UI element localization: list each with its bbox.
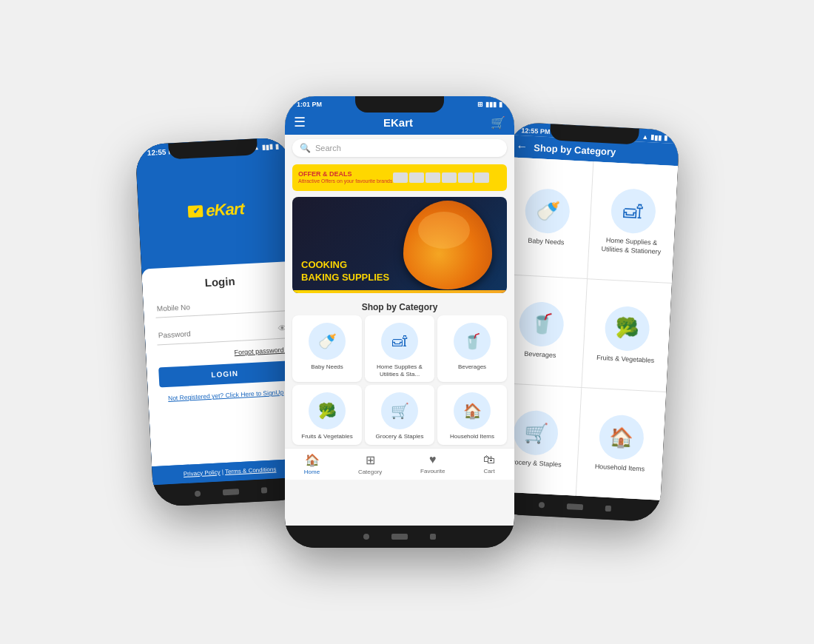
- app-title: EKart: [383, 116, 413, 129]
- nav-home[interactable]: 🏠 Home: [304, 453, 320, 475]
- offer-banner[interactable]: OFFER & DEALS Attractive Offers on your …: [292, 164, 507, 191]
- shop-category-title: Shop by Category: [285, 296, 514, 315]
- cat-item-1[interactable]: 🛋 Home Supplies & Utilities & Sta...: [365, 315, 434, 382]
- cat-icon-3: 🥦: [309, 392, 346, 429]
- privacy-policy-link[interactable]: Privacy Policy: [184, 469, 221, 477]
- search-icon: 🔍: [300, 143, 311, 153]
- ekart-e-icon: ✔: [188, 205, 204, 218]
- wifi-icon-right: ▲: [642, 133, 648, 141]
- cat-icon-1: 🛋: [381, 323, 418, 360]
- cat-item-5[interactable]: 🏠 Household Items: [437, 385, 507, 445]
- signal-icon-mid: ▮▮▮: [485, 101, 497, 108]
- category-nav-label: Category: [358, 469, 382, 475]
- right-cat-icon-2: 🥤: [518, 301, 565, 347]
- right-cat-3[interactable]: 🥦 Fruits & Vegetables: [582, 279, 672, 392]
- offer-text: OFFER & DEALS Attractive Offers on your …: [298, 170, 393, 184]
- login-screen: 12:55 PM ▲ ▮▮▮ ▮ ✔ eKart Login: [135, 137, 308, 485]
- right-cat-icon-3: 🥦: [604, 305, 650, 352]
- offer-subtitle: Attractive Offers on your favourite bran…: [298, 178, 393, 184]
- bottom-btn-right-right[interactable]: [605, 506, 611, 511]
- right-cat-icon-1: 🛋: [610, 188, 656, 235]
- right-cat-label-2: Beverages: [524, 350, 556, 360]
- bottom-nav: 🏠 Home ⊞ Category ♥ Favourite 🛍 Cart: [285, 448, 514, 480]
- right-cat-0[interactable]: 🍼 Baby Needs: [502, 157, 593, 278]
- offer-title: OFFER & DEALS: [298, 170, 393, 178]
- bottom-btn-left-mid[interactable]: [363, 534, 369, 540]
- login-form: Login 👁 Forgot password ? LOGIN Not Regi…: [141, 261, 307, 466]
- cat-label-4: Grocery & Staples: [376, 433, 424, 440]
- right-cat-label-5: Household Items: [594, 463, 645, 474]
- right-cat-5[interactable]: 🏠 Household Items: [576, 388, 666, 500]
- brand-5: [458, 172, 473, 183]
- nav-favourite[interactable]: ♥ Favourite: [420, 453, 445, 475]
- bottom-btn-mid[interactable]: [223, 489, 239, 495]
- login-button[interactable]: LOGIN: [158, 360, 291, 387]
- search-placeholder: Search: [315, 144, 341, 152]
- cat-label-5: Household Items: [450, 433, 494, 440]
- cat-label-2: Beverages: [458, 363, 486, 371]
- top-bar: ☰ EKart 🛒: [285, 110, 514, 135]
- category-screen: 12:55 PM ▲ ▮▮▮ ▮ ← Shop by Category 🍼 Ba…: [491, 121, 680, 500]
- battery-icon-right: ▮: [664, 134, 668, 141]
- status-time-right: 12:55 PM: [521, 127, 551, 135]
- hamburger-icon[interactable]: ☰: [294, 114, 306, 130]
- bottom-btn-mid-mid[interactable]: [391, 534, 408, 540]
- login-title: Login: [154, 272, 286, 292]
- password-input[interactable]: [158, 325, 275, 339]
- status-icons-mid: ⊞ ▮▮▮ ▮: [477, 101, 502, 108]
- signup-link[interactable]: Not Registered yet? Click Here to SignUp: [160, 388, 292, 403]
- forgot-password-link[interactable]: Forgot password ?: [158, 346, 289, 360]
- bottom-btn-right[interactable]: [261, 487, 267, 493]
- hero-text: COOKING BAKING SUPPLIES: [292, 250, 398, 293]
- signal-icon: ▮▮▮: [261, 143, 273, 151]
- bottom-btn-mid-right[interactable]: [567, 503, 583, 510]
- wifi-icon-mid: ⊞: [477, 101, 483, 108]
- home-screen: 1:01 PM ⊞ ▮▮▮ ▮ ☰ EKart 🛒 🔍 Search: [285, 96, 514, 526]
- bottom-bar-mid: [285, 526, 514, 548]
- nav-cart[interactable]: 🛍 Cart: [483, 453, 495, 475]
- cat-item-2[interactable]: 🥤 Beverages: [437, 315, 507, 382]
- cat-label-0: Baby Needs: [311, 363, 343, 371]
- favourite-nav-icon: ♥: [429, 453, 437, 466]
- brand-1: [393, 172, 408, 183]
- search-bar[interactable]: 🔍 Search: [292, 139, 507, 157]
- terms-link[interactable]: Terms & Conditions: [225, 466, 277, 475]
- right-cat-1[interactable]: 🛋 Home Supplies & Utilities & Stationery: [588, 161, 679, 283]
- phone-home: 1:01 PM ⊞ ▮▮▮ ▮ ☰ EKart 🛒 🔍 Search: [285, 96, 514, 548]
- separator: |: [222, 469, 224, 475]
- cat-icon-4: 🛒: [381, 392, 418, 429]
- battery-icon-mid: ▮: [499, 101, 502, 108]
- cat-item-3[interactable]: 🥦 Fruits & Vegetables: [292, 385, 362, 445]
- cat-icon-2: 🥤: [454, 323, 491, 360]
- bottom-btn-left-right[interactable]: [539, 502, 545, 508]
- right-cat-label-1: Home Supplies & Utilities & Stationery: [594, 236, 668, 257]
- cat-item-0[interactable]: 🍼 Baby Needs: [292, 315, 362, 382]
- right-cat-label-3: Fruits & Vegetables: [596, 354, 655, 366]
- phone-login: 12:55 PM ▲ ▮▮▮ ▮ ✔ eKart Login: [135, 137, 309, 507]
- status-icons-right: ▲ ▮▮▮ ▮: [642, 133, 667, 142]
- password-input-wrapper: 👁: [156, 319, 289, 346]
- cart-nav-icon: 🛍: [483, 453, 495, 466]
- bottom-btn-right-mid[interactable]: [430, 534, 436, 540]
- cart-icon-top[interactable]: 🛒: [491, 115, 505, 130]
- back-arrow-icon[interactable]: ←: [516, 140, 528, 154]
- home-nav-label: Home: [304, 469, 320, 475]
- right-cat-icon-0: 🍼: [524, 188, 571, 235]
- mobile-input-wrapper: [155, 294, 287, 318]
- bottom-btn-left[interactable]: [195, 491, 201, 497]
- battery-icon: ▮: [275, 142, 279, 150]
- category-nav-icon: ⊞: [366, 453, 375, 467]
- ekart-logo-text: eKart: [206, 199, 245, 221]
- status-time-mid: 1:01 PM: [297, 101, 322, 108]
- cat-label-1: Home Supplies & Utilities & Sta...: [368, 363, 431, 378]
- cart-nav-label: Cart: [484, 468, 495, 474]
- cat-page-title: Shop by Category: [534, 142, 616, 158]
- category-grid-right: 🍼 Baby Needs 🛋 Home Supplies & Utilities…: [491, 157, 678, 500]
- brand-3: [426, 172, 440, 183]
- cat-item-4[interactable]: 🛒 Grocery & Staples: [365, 385, 434, 445]
- brand-4: [442, 172, 457, 183]
- nav-category[interactable]: ⊞ Category: [358, 453, 382, 475]
- mobile-input[interactable]: [157, 299, 273, 313]
- category-grid-mid: 🍼 Baby Needs 🛋 Home Supplies & Utilities…: [285, 315, 514, 448]
- right-cat-icon-5: 🏠: [598, 414, 645, 460]
